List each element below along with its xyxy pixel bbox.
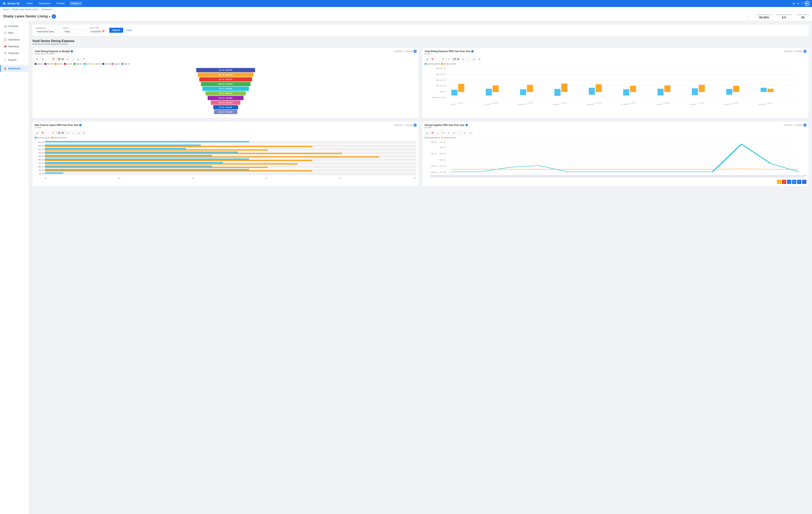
- download-button[interactable]: ⤓: [787, 180, 791, 184]
- tb-count-select[interactable]: 10: [56, 57, 64, 61]
- tb4-expand[interactable]: ⊟: [452, 130, 456, 135]
- tb2-down[interactable]: ↓: [435, 57, 440, 61]
- hbar-fill-blue: [45, 162, 223, 163]
- hbar-fill-orange: [45, 153, 342, 154]
- back-arrow[interactable]: ←: [747, 15, 749, 18]
- breadcrumb-home[interactable]: Home: [3, 8, 9, 10]
- tb3-bar[interactable]: 📊: [35, 130, 39, 135]
- tb2-refresh[interactable]: ↺: [446, 57, 451, 61]
- sidebar-item-financials[interactable]: $ Financials: [0, 50, 29, 57]
- occupancy-stat: OCCUPANCY % 89.00%: [757, 14, 771, 19]
- calendar-icon[interactable]: 📅: [102, 30, 105, 33]
- nav-dashboard[interactable]: Dashboard: [37, 1, 52, 6]
- hbar-fill-blue: [45, 158, 249, 160]
- tb4-cal[interactable]: 📅: [430, 130, 435, 135]
- clear-button[interactable]: Clear: [126, 29, 132, 32]
- tb2-cal[interactable]: 📅: [430, 57, 435, 61]
- tb3-expand[interactable]: ⊟: [65, 130, 70, 135]
- tb2-expand[interactable]: ⊟: [461, 57, 465, 61]
- share-button[interactable]: ↗: [797, 180, 801, 184]
- shuffle-icon[interactable]: ⇄: [797, 2, 799, 5]
- help-icon[interactable]: ?: [801, 2, 803, 5]
- tb3-down[interactable]: ↓: [46, 130, 50, 135]
- star-button[interactable]: ★: [777, 180, 781, 184]
- app-logo: Senior IQ: [2, 2, 19, 5]
- chart1-info-icon[interactable]: i: [71, 50, 73, 53]
- chart2-header: Total Dining Expense PRD Year Over Year …: [425, 50, 806, 56]
- tb2-print[interactable]: 🖨: [471, 57, 476, 61]
- hbar-fill-blue: [45, 155, 212, 156]
- hbar-row: Feb '23: [35, 155, 416, 158]
- tb4-copy[interactable]: ⎘: [446, 130, 451, 135]
- tb4-eye[interactable]: 👁: [441, 130, 445, 135]
- tb3-eye[interactable]: 👁: [51, 130, 56, 135]
- chart2-svg: $40 $30 $20 $10 $0 ($10): [425, 66, 806, 105]
- tb4-bar[interactable]: 📊: [425, 130, 429, 135]
- tb-list-icon[interactable]: ☰: [82, 57, 86, 61]
- tb2-count[interactable]: 10: [452, 57, 460, 61]
- facility-dropdown-arrow[interactable]: ▾: [49, 15, 50, 18]
- operations-icon: 📋: [4, 38, 7, 41]
- chart2-info-icon[interactable]: i: [471, 50, 473, 53]
- chart4-range-selector[interactable]: [430, 175, 805, 177]
- date-filter: Select Date 07/14/2023 📅: [89, 27, 106, 34]
- tb3-print[interactable]: 🖨: [76, 130, 81, 135]
- period-select[interactable]: Today: [63, 29, 86, 34]
- chart3-right: 6/15/2022 - 7/14/2023: [394, 124, 416, 126]
- tb-calendar-icon[interactable]: 📅: [51, 57, 56, 61]
- tb2-dl[interactable]: ⤓: [466, 57, 471, 61]
- chart4-title: Dining Supplies PRD Year Over year i: [425, 124, 468, 126]
- tb2-list[interactable]: ☰: [477, 57, 482, 61]
- tb3-cal[interactable]: 📅: [40, 130, 45, 135]
- sidebar-item-marketing[interactable]: 📣 Marketing: [0, 43, 29, 50]
- chart3-info-icon[interactable]: i: [79, 124, 82, 126]
- chart3-checkbox[interactable]: [414, 124, 416, 126]
- legend-mar23: Mar '23: [54, 63, 63, 65]
- svg-rect-20: [561, 84, 568, 92]
- search-button[interactable]: Search: [109, 28, 123, 33]
- chart1-checkbox[interactable]: [414, 50, 416, 53]
- email-button[interactable]: ✉: [792, 180, 796, 184]
- nav-portfolio[interactable]: Portfolio: [55, 1, 66, 6]
- sidebar-item-dashboard[interactable]: 🏠 Dashboard: [0, 65, 29, 72]
- chart4-checkbox[interactable]: [804, 124, 806, 126]
- tb-asc-icon[interactable]: ↑: [46, 57, 50, 61]
- grid-icon[interactable]: ⊞: [793, 2, 795, 5]
- svg-rect-25: [658, 89, 664, 92]
- tb-bar-icon[interactable]: 📊: [40, 57, 45, 61]
- sidebar-item-rent[interactable]: 📈 Rent: [0, 29, 29, 36]
- svg-text:Dec '22: Dec '22: [688, 102, 706, 105]
- tb2-bar[interactable]: 📊: [425, 57, 429, 61]
- funnel-bar: Jun '23 : $55.05K: [202, 87, 249, 91]
- date-input[interactable]: 07/14/2023 📅: [89, 29, 106, 34]
- nav-home[interactable]: Home: [25, 1, 34, 6]
- dashboards-select[interactable]: Yardi Senior Dinin...: [35, 29, 60, 34]
- tb4-square[interactable]: □: [435, 130, 440, 135]
- tb-download-icon[interactable]: ⤓: [71, 57, 75, 61]
- tb2-eye[interactable]: 👁: [441, 57, 445, 61]
- tb3-count[interactable]: 10: [56, 131, 64, 135]
- sidebar-item-summary[interactable]: 📊 Summary: [0, 23, 29, 29]
- tb3-dl[interactable]: ⤓: [71, 130, 75, 135]
- rent-icon: 📈: [4, 31, 7, 34]
- tb4-print[interactable]: 🖨: [463, 130, 467, 135]
- avatar[interactable]: HL: [805, 1, 810, 6]
- chart2-checkbox[interactable]: [804, 50, 806, 53]
- svg-text:$0.50: $0.50: [431, 165, 446, 167]
- breadcrumb-facility[interactable]: Shady Lanes Senior Living: [12, 8, 37, 10]
- sidebar-item-operations[interactable]: 📋 Operations: [0, 36, 29, 43]
- tb4-list[interactable]: ☰: [468, 130, 473, 135]
- tb-print-icon[interactable]: 🖨: [76, 57, 81, 61]
- legend2-blue: Jul '21 to Jul '22: [425, 63, 439, 65]
- tb3-list[interactable]: ☰: [82, 130, 86, 135]
- sidebar-item-reports[interactable]: 📄 Reports: [0, 57, 29, 63]
- tb-table-icon[interactable]: ⊞: [35, 57, 39, 61]
- refresh-button[interactable]: ↺: [782, 180, 786, 184]
- pin-button[interactable]: 📌: [802, 180, 806, 184]
- nav-staffing[interactable]: Staffing ▾: [69, 1, 82, 6]
- hbar-track: [45, 155, 416, 158]
- tb4-dl[interactable]: ⤓: [457, 130, 462, 135]
- add-button[interactable]: +: [52, 14, 56, 19]
- chart4-info-icon[interactable]: i: [465, 124, 468, 126]
- tb-expand-icon[interactable]: ⊟: [65, 57, 70, 61]
